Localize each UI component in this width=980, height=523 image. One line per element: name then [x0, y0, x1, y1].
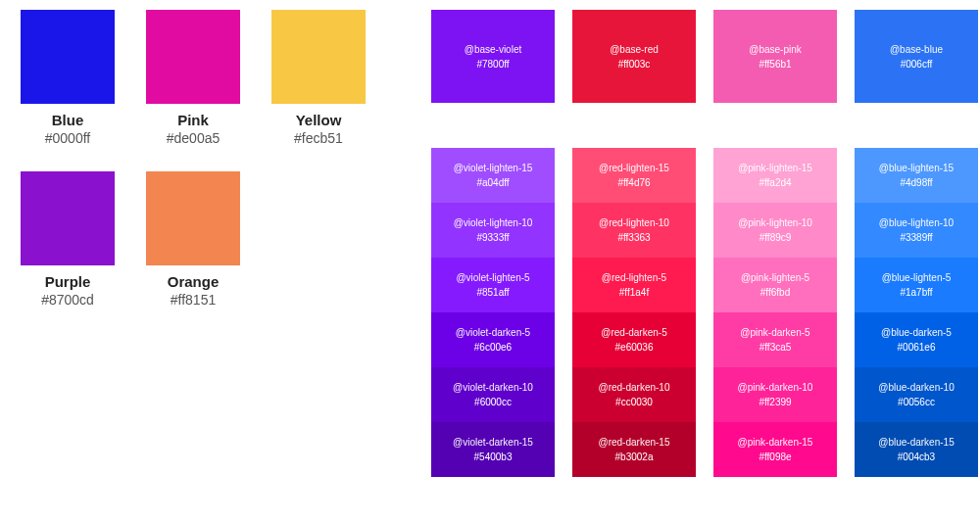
color-var-hex: #7800ff	[476, 57, 509, 71]
swatch-name: Orange	[139, 273, 247, 290]
color-var-hex: #6c00e6	[474, 340, 512, 355]
color-var-hex: #ff89c9	[760, 230, 792, 245]
color-var-hex: #cc0030	[615, 395, 653, 409]
color-var-hex: #3389ff	[900, 230, 932, 245]
color-var-name: @base-violet	[465, 42, 522, 57]
color-var-name: @violet-lighten-15	[454, 161, 533, 175]
color-var-name: @pink-lighten-15	[738, 161, 812, 175]
color-var-hex: #1a7bff	[900, 285, 932, 300]
color-var-hex: #b3002a	[615, 450, 654, 464]
swatch-item-purple: Purple#8700cd	[14, 171, 122, 308]
base-tile-red: @base-red#ff003c	[572, 10, 696, 103]
shade-step: @pink-darken-5#ff3ca5	[713, 312, 837, 367]
color-var-name: @red-darken-15	[599, 435, 670, 450]
color-var-name: @base-pink	[749, 42, 802, 57]
color-var-hex: #e60036	[615, 340, 654, 355]
color-var-name: @pink-darken-10	[738, 380, 813, 395]
swatch-item-pink: Pink#de00a5	[139, 10, 247, 146]
color-var-name: @blue-darken-10	[878, 380, 954, 395]
color-var-hex: #ff098e	[759, 450, 791, 464]
swatch-box	[21, 10, 115, 104]
color-var-hex: #ff6fbd	[760, 285, 790, 300]
palette-column-red: @red-lighten-15#ff4d76@red-lighten-10#ff…	[572, 148, 696, 477]
color-var-name: @pink-lighten-10	[738, 215, 812, 230]
swatch-grid: Blue#0000ffPink#de00a5Yellow#fecb51Purpl…	[14, 10, 372, 308]
shade-step: @violet-darken-5#6c00e6	[431, 312, 555, 367]
color-var-hex: #a04dff	[476, 175, 509, 190]
swatch-name: Yellow	[265, 112, 372, 128]
swatch-hex: #de00a5	[139, 130, 247, 146]
color-var-name: @violet-darken-15	[453, 435, 533, 450]
color-var-name: @base-red	[610, 42, 659, 57]
right-palette-panel: @base-violet#7800ff@base-red#ff003c@base…	[431, 10, 978, 513]
color-var-name: @red-lighten-15	[599, 161, 669, 175]
color-var-name: @blue-darken-15	[878, 435, 954, 450]
color-var-name: @pink-darken-5	[740, 325, 809, 340]
swatch-hex: #ff8151	[139, 292, 247, 308]
color-var-hex: #ff56b1	[759, 57, 791, 71]
color-var-hex: #9333ff	[476, 230, 509, 245]
shade-step: @red-lighten-15#ff4d76	[572, 148, 696, 203]
color-var-name: @violet-darken-5	[456, 325, 530, 340]
shade-step: @violet-darken-15#5400b3	[431, 422, 555, 477]
color-var-hex: #ff3363	[617, 230, 650, 245]
left-swatch-panel: Blue#0000ffPink#de00a5Yellow#fecb51Purpl…	[14, 10, 372, 513]
base-tile-pink: @base-pink#ff56b1	[713, 10, 837, 103]
base-colors-row: @base-violet#7800ff@base-red#ff003c@base…	[431, 10, 978, 103]
swatch-name: Purple	[14, 273, 122, 290]
swatch-name: Blue	[14, 112, 122, 128]
color-var-name: @pink-darken-15	[738, 435, 813, 450]
shade-step: @pink-darken-15#ff098e	[713, 422, 837, 477]
shade-step: @red-lighten-5#ff1a4f	[572, 258, 696, 312]
color-var-name: @red-darken-10	[599, 380, 670, 395]
color-var-hex: #ff3ca5	[760, 340, 792, 355]
base-tile-blue: @base-blue#006cff	[855, 10, 978, 103]
color-var-name: @red-darken-5	[601, 325, 666, 340]
color-var-hex: #006cff	[901, 57, 933, 71]
shade-step: @red-darken-15#b3002a	[572, 422, 696, 477]
color-var-hex: #5400b3	[474, 450, 513, 464]
palette-column-pink: @pink-lighten-15#ffa2d4@pink-lighten-10#…	[713, 148, 837, 477]
color-var-name: @red-lighten-5	[602, 270, 666, 285]
shade-step: @red-darken-10#cc0030	[572, 367, 696, 422]
color-var-hex: #ff2399	[759, 395, 791, 409]
color-var-hex: #0061e6	[898, 340, 936, 355]
swatch-item-blue: Blue#0000ff	[14, 10, 122, 146]
color-var-name: @violet-lighten-10	[454, 215, 533, 230]
swatch-name: Pink	[139, 112, 247, 128]
palette-column-violet: @violet-lighten-15#a04dff@violet-lighten…	[431, 148, 555, 477]
color-var-name: @blue-lighten-10	[879, 215, 954, 230]
palette-column-blue: @blue-lighten-15#4d98ff@blue-lighten-10#…	[855, 148, 978, 477]
shade-step: @pink-lighten-10#ff89c9	[713, 203, 837, 258]
color-var-hex: #004cb3	[898, 450, 935, 464]
color-var-name: @blue-lighten-15	[879, 161, 954, 175]
color-var-name: @blue-darken-5	[881, 325, 952, 340]
color-var-name: @violet-lighten-5	[456, 270, 529, 285]
shade-step: @blue-lighten-5#1a7bff	[855, 258, 978, 312]
color-var-hex: #6000cc	[474, 395, 512, 409]
swatch-box	[146, 10, 240, 104]
swatch-box	[146, 171, 240, 265]
color-var-hex: #ff1a4f	[619, 285, 649, 300]
color-var-hex: #ff4d76	[617, 175, 650, 190]
color-var-name: @blue-lighten-5	[882, 270, 952, 285]
shade-step: @violet-lighten-10#9333ff	[431, 203, 555, 258]
color-var-name: @violet-darken-10	[453, 380, 533, 395]
shade-step: @blue-lighten-10#3389ff	[855, 203, 978, 258]
swatch-item-orange: Orange#ff8151	[139, 171, 247, 308]
swatch-item-yellow: Yellow#fecb51	[265, 10, 372, 146]
swatch-hex: #fecb51	[265, 130, 372, 146]
shade-columns-row: @violet-lighten-15#a04dff@violet-lighten…	[431, 148, 978, 477]
color-var-hex: #0056cc	[898, 395, 935, 409]
color-var-hex: #ffa2d4	[759, 175, 791, 190]
shade-step: @pink-lighten-15#ffa2d4	[713, 148, 837, 203]
base-tile-violet: @base-violet#7800ff	[431, 10, 555, 103]
color-var-name: @pink-lighten-5	[741, 270, 809, 285]
color-var-hex: #851aff	[476, 285, 509, 300]
shade-step: @violet-lighten-15#a04dff	[431, 148, 555, 203]
swatch-box	[21, 171, 115, 265]
swatch-box	[271, 10, 366, 104]
shade-step: @red-darken-5#e60036	[572, 312, 696, 367]
swatch-hex: #8700cd	[14, 292, 122, 308]
shade-step: @red-lighten-10#ff3363	[572, 203, 696, 258]
